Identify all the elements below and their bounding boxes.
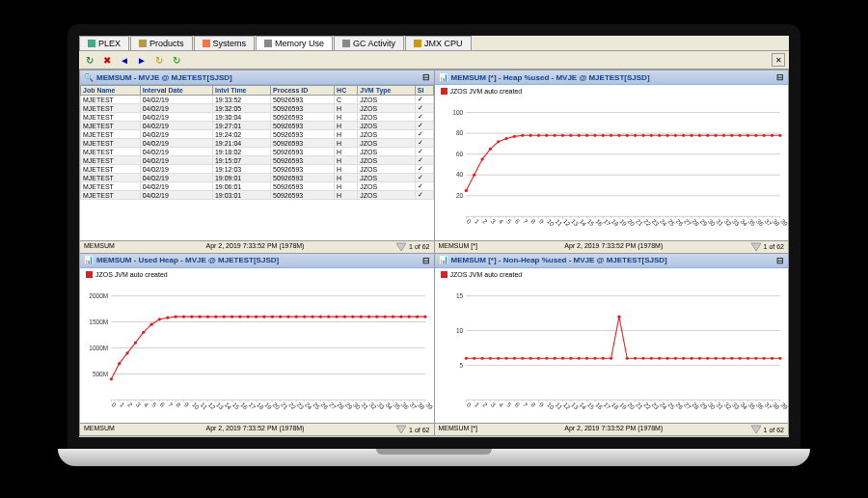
status-center: Apr 2, 2019 7:33:52 PM (1978M) <box>477 425 750 434</box>
table-cell: 19:12:03 <box>212 165 270 174</box>
column-header[interactable]: HC <box>335 86 358 96</box>
svg-text:60: 60 <box>455 151 463 157</box>
table-cell: ✓ <box>415 130 433 139</box>
minimize-icon[interactable]: ⊟ <box>422 256 430 265</box>
shield-icon <box>750 425 762 434</box>
svg-point-235 <box>231 315 233 318</box>
column-header[interactable]: Process ID <box>271 86 335 96</box>
cycle-icon[interactable]: ↻ <box>170 53 183 67</box>
svg-text:20: 20 <box>455 192 463 199</box>
svg-point-118 <box>682 134 685 137</box>
svg-point-258 <box>416 315 419 318</box>
tab-jmx-cpu[interactable]: JMX CPU <box>405 36 472 50</box>
svg-point-129 <box>770 134 773 137</box>
minimize-icon[interactable]: ⊟ <box>776 72 784 82</box>
status-left: MEMSUM <box>84 242 115 252</box>
tab-label: JMX CPU <box>424 39 463 48</box>
table-cell: JZOS <box>358 165 416 174</box>
legend-label: JZOS JVM auto created <box>450 88 523 95</box>
table-cell: JZOS <box>358 174 416 182</box>
svg-point-230 <box>190 315 193 318</box>
svg-point-98 <box>521 134 524 137</box>
column-header[interactable]: JVM Type <box>358 86 416 96</box>
svg-point-231 <box>199 315 202 318</box>
close-icon[interactable]: ✕ <box>772 53 785 67</box>
status-center: Apr 2, 2019 7:33:52 PM (1978M) <box>115 242 395 252</box>
pane-title-text: MEMSUM - MVJE @ MJETEST[SJSD] <box>96 73 232 82</box>
status-bar: MEMSUM Apr 2, 2019 7:33:52 PM (1978M) 1 … <box>80 423 434 435</box>
table-row[interactable]: MJETEST04/02/1919:18:0250926593HJZOS✓ <box>81 148 434 156</box>
table-row[interactable]: MJETEST04/02/1919:30:0450926593HJZOS✓ <box>81 113 434 122</box>
svg-point-93 <box>480 157 483 160</box>
pane-title: 🔍 MEMSUM - MVJE @ MJETEST[SJSD] ⊟ <box>80 70 434 85</box>
svg-point-381 <box>738 356 741 359</box>
table-cell: MJETEST <box>81 191 141 200</box>
svg-text:1500M: 1500M <box>89 318 108 324</box>
svg-text:2: 2 <box>481 401 489 408</box>
svg-point-247 <box>327 315 330 318</box>
table-row[interactable]: MJETEST04/02/1919:21:0450926593HJZOS✓ <box>81 139 434 148</box>
table-row[interactable]: MJETEST04/02/1919:32:0550926593HJZOS✓ <box>81 104 434 113</box>
svg-point-92 <box>473 174 475 177</box>
table-row[interactable]: MJETEST04/02/1919:03:0150926593HJZOS✓ <box>81 191 434 200</box>
table-body[interactable]: Job NameInterval DateIntvl TimeProcess I… <box>80 85 434 240</box>
table-row[interactable]: MJETEST04/02/1919:09:0150926593HJZOS✓ <box>81 174 434 182</box>
tab-memory-use[interactable]: Memory Use <box>256 36 333 50</box>
table-cell: 50926593 <box>271 96 335 104</box>
svg-point-384 <box>762 356 765 359</box>
svg-point-369 <box>641 356 644 359</box>
table-row[interactable]: MJETEST04/02/1919:24:0250926593HJZOS✓ <box>81 130 434 139</box>
svg-point-243 <box>295 315 298 318</box>
svg-point-225 <box>149 322 152 325</box>
tab-gc-activity[interactable]: GC Activity <box>334 36 404 50</box>
svg-text:1: 1 <box>473 218 480 226</box>
minimize-icon[interactable]: ⊟ <box>422 72 430 82</box>
table-cell: 04/02/19 <box>140 130 212 139</box>
svg-point-248 <box>335 315 338 318</box>
table-row[interactable]: MJETEST04/02/1919:27:0150926593HJZOS✓ <box>81 122 434 130</box>
tab-systems[interactable]: Systems <box>194 36 256 50</box>
minimize-icon[interactable]: ⊟ <box>776 256 784 265</box>
table-cell: 04/02/19 <box>140 165 212 174</box>
table-cell: H <box>335 139 358 148</box>
table-row[interactable]: MJETEST04/02/1919:33:5250926593CJZOS✓ <box>81 96 434 104</box>
table-cell: H <box>335 156 358 165</box>
svg-text:0: 0 <box>465 218 473 226</box>
column-header[interactable]: Intvl Time <box>212 86 270 96</box>
svg-point-237 <box>247 315 250 318</box>
tab-plex[interactable]: PLEX <box>79 36 129 50</box>
column-header[interactable]: SI <box>415 86 433 96</box>
svg-point-220 <box>110 377 113 380</box>
refresh-icon[interactable]: ↻ <box>83 53 96 67</box>
table-cell: 50926593 <box>271 113 335 122</box>
svg-point-96 <box>504 137 507 140</box>
status-left: MEMSUM [*] <box>439 242 477 252</box>
forward-icon[interactable]: ► <box>135 53 149 67</box>
table-cell: ✓ <box>415 182 433 191</box>
back-icon[interactable]: ◄ <box>118 53 131 67</box>
stop-icon[interactable]: ✖ <box>100 53 114 67</box>
table-row[interactable]: MJETEST04/02/1919:06:0150926593HJZOS✓ <box>81 182 434 191</box>
column-header[interactable]: Job Name <box>81 86 141 96</box>
table-row[interactable]: MJETEST04/02/1919:12:0350926593HJZOS✓ <box>81 165 434 174</box>
cycle-icon[interactable]: ↻ <box>152 53 166 67</box>
chart-body: JZOS JVM auto created 204060801000123456… <box>435 85 789 240</box>
svg-point-372 <box>665 356 668 359</box>
table-row[interactable]: MJETEST04/02/1919:15:0750926593HJZOS✓ <box>81 156 434 165</box>
svg-text:1: 1 <box>119 401 126 408</box>
legend-label: JZOS JVM auto created <box>95 271 168 278</box>
svg-point-103 <box>560 134 563 137</box>
svg-point-251 <box>359 315 362 318</box>
tab-products[interactable]: Products <box>130 36 193 50</box>
column-header[interactable]: Interval Date <box>140 86 212 96</box>
table-cell: ✓ <box>415 165 433 174</box>
svg-point-120 <box>697 134 700 137</box>
legend: JZOS JVM auto created <box>435 85 789 97</box>
svg-text:4: 4 <box>143 401 150 408</box>
svg-text:9: 9 <box>183 401 191 408</box>
svg-point-379 <box>721 356 724 359</box>
svg-text:15: 15 <box>455 291 463 298</box>
svg-point-126 <box>746 134 748 137</box>
table-cell: H <box>335 191 358 200</box>
table-cell: ✓ <box>415 96 433 104</box>
